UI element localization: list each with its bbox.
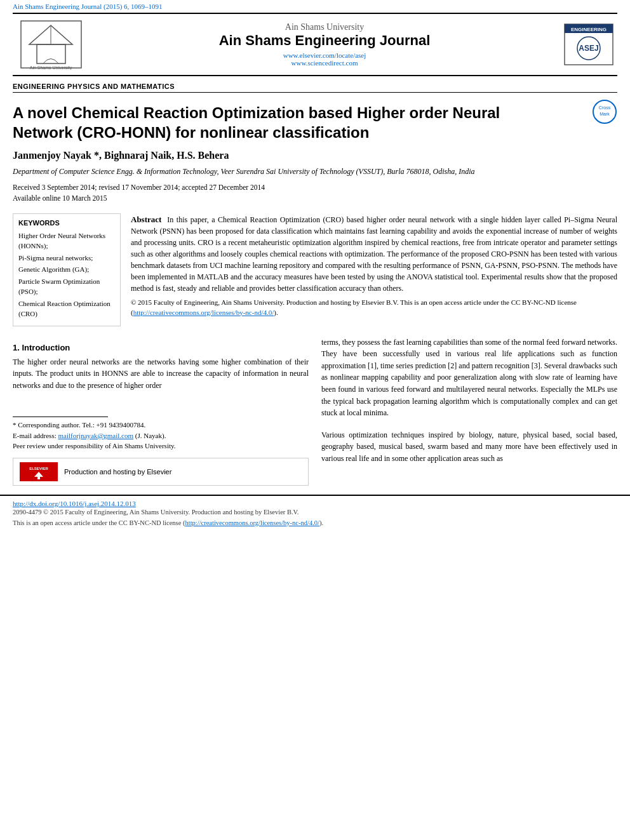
keyword-4: Particle Swarm Optimization (PSO); [18,276,115,297]
authors: Janmenjoy Nayak *, Bighnaraj Naik, H.S. … [13,150,617,161]
affiliation: Department of Computer Science Engg. & I… [13,166,617,177]
crossmark-icon: Cross Mark [592,99,617,124]
abstract-text: Abstract In this paper, a Chemical React… [131,213,617,295]
bottom-bar: http://dx.doi.org/10.1016/j.asej.2014.12… [0,495,630,533]
introduction-section: 1. Introduction The higher order neural … [13,337,617,486]
keyword-2: Pi-Sigma neural networks; [18,253,115,263]
keyword-5: Chemical Reaction Optimization (CRO) [18,298,115,319]
header-center: Ain Shams University Ain Shams Engineeri… [89,22,560,67]
keywords-column: KEYWORDS Higher Order Neural Networks (H… [13,213,121,326]
email-label: E-mail address: [13,432,57,439]
keywords-abstract-section: KEYWORDS Higher Order Neural Networks (H… [13,213,617,326]
abstract-body: In this paper, a Chemical Reaction Optim… [131,215,617,293]
bottom-cc-link[interactable]: http://creativecommons.org/licenses/by-n… [185,519,319,526]
svg-text:ELSEVIER: ELSEVIER [29,467,48,470]
bottom-info-line1: 2090-4479 © 2015 Faculty of Engineering,… [13,507,617,518]
elsevier-bar: ELSEVIER Production and hosting by Elsev… [13,458,309,486]
dates: Received 3 September 2014; revised 17 No… [13,182,617,204]
peer-review-text: Peer review under responsibility of Ain … [13,441,309,451]
elsevier-logo: ELSEVIER [20,462,58,481]
keywords-title: KEYWORDS [18,219,115,227]
svg-rect-0 [37,44,65,63]
email-name: (J. Nayak). [135,432,166,439]
footnotes: * Corresponding author. Tel.: +91 943940… [13,417,309,451]
received-date: Received 3 September 2014; revised 17 No… [13,182,617,193]
doi-line: http://dx.doi.org/10.1016/j.asej.2014.12… [13,500,617,507]
doi-link[interactable]: http://dx.doi.org/10.1016/j.asej.2014.12… [13,500,136,507]
university-name: Ain Shams University [89,22,560,32]
intro-right-text: terms, they possess the fast learning ca… [321,337,617,419]
keyword-1: Higher Order Neural Networks (HONNs); [18,230,115,251]
title-row: A novel Chemical Reaction Optimization b… [13,97,617,150]
elsevier-logo-icon: ELSEVIER [22,463,57,481]
elsevier-text: Production and hosting by Elsevier [64,468,171,476]
logo-left: Ain Shams University [13,19,89,70]
intro-left-text: The higher order neural networks are the… [13,356,309,392]
logo-right: ENGINEERING ASEJ [560,23,617,66]
footnote-email: E-mail address: mailforjnayak@gmail.com … [13,430,309,441]
email-link[interactable]: mailforjnayak@gmail.com [58,432,133,439]
abstract-column: Abstract In this paper, a Chemical React… [131,213,617,326]
abstract-label: Abstract [131,215,161,224]
svg-rect-16 [37,477,40,479]
bottom-info-line2: This is an open access article under the… [13,518,617,529]
intro-right-col: terms, they possess the fast learning ca… [321,337,617,486]
svg-text:ASEJ: ASEJ [579,44,598,53]
university-logo-svg: Ain Shams University [18,19,84,70]
journal-link-text: Ain Shams Engineering Journal (2015) 6, … [13,3,163,10]
intro-heading: 1. Introduction [13,343,309,352]
journal-link-bar: Ain Shams Engineering Journal (2015) 6, … [0,0,630,13]
url1[interactable]: www.elsevier.com/locate/asej [89,51,560,59]
keywords-list: Higher Order Neural Networks (HONNs); Pi… [18,230,115,319]
copyright-link[interactable]: http://creativecommons.org/licenses/by-n… [133,309,274,316]
journal-urls: www.elsevier.com/locate/asej www.science… [89,51,560,67]
asej-logo-svg: ENGINEERING ASEJ [563,23,614,66]
crossmark-badge: Cross Mark [592,99,617,127]
intro-left-col: 1. Introduction The higher order neural … [13,337,309,486]
svg-text:ENGINEERING: ENGINEERING [571,27,607,32]
main-content: ENGINEERING PHYSICS AND MATHEMATICS A no… [0,76,630,486]
available-date: Available online 10 March 2015 [13,193,617,204]
footnote-star: * Corresponding author. Tel.: +91 943940… [13,420,309,430]
section-label: ENGINEERING PHYSICS AND MATHEMATICS [13,83,617,93]
footnote-divider [13,417,108,417]
svg-text:Cross: Cross [599,105,611,110]
keyword-3: Genetic Algorithm (GA); [18,264,115,275]
svg-text:Mark: Mark [600,112,610,116]
copyright-text: © 2015 Faculty of Engineering, Ain Shams… [131,298,617,317]
paper-title: A novel Chemical Reaction Optimization b… [13,103,533,142]
journal-title-header: Ain Shams Engineering Journal [89,32,560,49]
intro-right-text-2: Various optimization techniques inspired… [321,429,617,465]
journal-header: Ain Shams University Ain Shams Universit… [13,13,617,76]
url2[interactable]: www.sciencedirect.com [89,59,560,67]
svg-text:Ain Shams University: Ain Shams University [29,65,72,70]
